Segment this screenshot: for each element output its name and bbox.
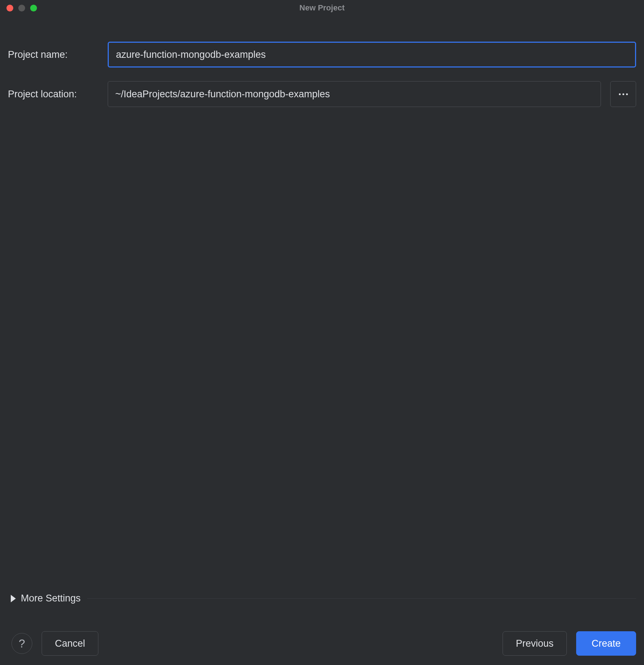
more-settings-label: More Settings	[21, 593, 81, 604]
window-controls	[0, 5, 37, 11]
project-name-input[interactable]	[108, 42, 636, 68]
cancel-button[interactable]: Cancel	[42, 631, 98, 656]
titlebar: New Project	[0, 0, 644, 16]
create-button[interactable]: Create	[576, 631, 636, 656]
more-settings-expander[interactable]: More Settings	[9, 593, 636, 604]
project-name-label: Project name:	[8, 49, 108, 60]
project-location-row: Project location:	[8, 81, 636, 107]
ellipsis-icon	[619, 93, 628, 95]
divider	[87, 598, 636, 599]
project-location-label: Project location:	[8, 89, 108, 100]
help-button[interactable]: ?	[11, 633, 32, 654]
dialog-content: Project name: Project location:	[0, 16, 644, 107]
help-icon: ?	[19, 637, 25, 650]
chevron-right-icon	[9, 595, 17, 603]
project-location-input[interactable]	[108, 81, 601, 107]
maximize-window-icon[interactable]	[30, 5, 37, 11]
previous-button[interactable]: Previous	[503, 631, 567, 656]
minimize-window-icon[interactable]	[18, 5, 25, 11]
browse-location-button[interactable]	[610, 81, 636, 107]
project-name-row: Project name:	[8, 42, 636, 68]
dialog-footer: ? Cancel Previous Create	[0, 631, 644, 656]
window-title: New Project	[299, 3, 345, 13]
close-window-icon[interactable]	[6, 5, 13, 11]
